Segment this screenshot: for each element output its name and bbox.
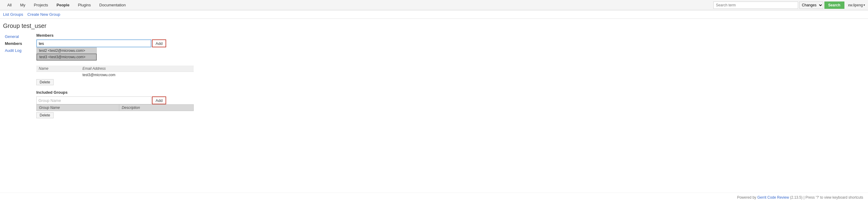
members-col-name: Name <box>36 66 80 72</box>
member-name <box>36 72 80 78</box>
nav-item-all[interactable]: All <box>3 0 16 10</box>
groups-input-row: Add <box>36 97 865 104</box>
members-col-email: Email Address <box>80 66 194 72</box>
search-type-dropdown[interactable]: Changes <box>799 1 823 9</box>
user-menu[interactable]: xw.lipeng ▾ <box>848 3 865 7</box>
members-table-header: Name Email Address <box>36 66 194 72</box>
table-row: test3@microwu.com <box>36 72 194 78</box>
members-table: Name Email Address test3@microwu.com <box>36 66 194 78</box>
page-title: Group test_user <box>0 19 868 32</box>
nav-item-people[interactable]: People <box>52 0 74 10</box>
autocomplete-item-test3[interactable]: test3 <test3@microwu.com> <box>37 54 97 60</box>
members-delete-button[interactable]: Delete <box>36 79 54 85</box>
search-area: Changes Search xw.lipeng ▾ <box>713 1 865 9</box>
top-nav: All My Projects People Plugins Documenta… <box>0 0 868 10</box>
search-button[interactable]: Search <box>825 1 844 9</box>
members-input-row: test2 <test2@microwu.com> test3 <test3@m… <box>36 40 865 47</box>
autocomplete-container: test2 <test2@microwu.com> test3 <test3@m… <box>36 40 151 47</box>
nav-item-plugins[interactable]: Plugins <box>73 0 95 10</box>
members-add-button[interactable]: Add <box>152 40 166 47</box>
username-label: xw.lipeng <box>848 3 863 7</box>
nav-items: All My Projects People Plugins Documenta… <box>3 0 130 10</box>
group-name-input[interactable] <box>36 97 151 104</box>
content-panel: Members test2 <test2@microwu.com> test3 … <box>33 32 865 118</box>
nav-item-documentation[interactable]: Documentation <box>95 0 130 10</box>
breadcrumb: List Groups Create New Group <box>0 10 868 19</box>
members-table-area: Name Email Address test3@microwu.com <box>36 66 194 78</box>
member-email: test3@microwu.com <box>80 72 194 78</box>
autocomplete-dropdown: test2 <test2@microwu.com> test3 <test3@m… <box>36 47 97 61</box>
members-section: Members test2 <test2@microwu.com> test3 … <box>36 33 865 85</box>
create-new-group-link[interactable]: Create New Group <box>27 12 60 17</box>
sidebar-item-members[interactable]: Members <box>3 40 33 47</box>
groups-delete-button[interactable]: Delete <box>36 112 54 118</box>
groups-col-name: Group Name <box>37 105 119 111</box>
nav-item-projects[interactable]: Projects <box>30 0 52 10</box>
groups-add-button[interactable]: Add <box>152 97 166 104</box>
member-search-input[interactable] <box>36 40 151 47</box>
groups-col-description: Description <box>119 105 194 111</box>
included-groups-section: Included Groups Add Group Name Descripti… <box>36 90 865 118</box>
autocomplete-item-test2[interactable]: test2 <test2@microwu.com> <box>37 48 97 54</box>
nav-item-my[interactable]: My <box>16 0 29 10</box>
sidebar-item-general[interactable]: General <box>3 33 33 40</box>
included-groups-title: Included Groups <box>36 90 865 95</box>
sidebar: General Members Audit Log <box>3 32 33 118</box>
members-section-title: Members <box>36 33 865 37</box>
search-input[interactable] <box>713 1 798 9</box>
groups-table-header-row: Group Name Description <box>37 105 194 111</box>
sidebar-item-audit-log[interactable]: Audit Log <box>3 47 33 54</box>
list-groups-link[interactable]: List Groups <box>3 12 23 17</box>
main-content: General Members Audit Log Members test2 … <box>0 32 868 118</box>
user-dropdown-arrow: ▾ <box>864 3 865 7</box>
groups-table: Group Name Description <box>36 104 194 111</box>
